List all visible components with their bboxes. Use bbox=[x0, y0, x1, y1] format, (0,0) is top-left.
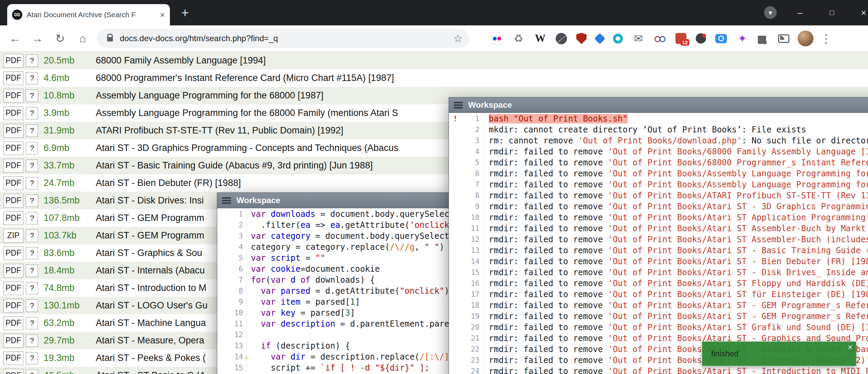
help-button[interactable]: ? bbox=[26, 265, 38, 277]
ublock-shield-icon[interactable] bbox=[576, 33, 587, 44]
help-button[interactable]: ? bbox=[26, 142, 38, 154]
browser-menu-icon[interactable]: ⋮ bbox=[820, 32, 832, 45]
file-size: 74.8mb bbox=[44, 283, 96, 293]
new-tab-button[interactable]: + bbox=[178, 5, 192, 20]
code-line: 1var downloads = document.body.querySele… bbox=[217, 209, 451, 220]
flickr-icon[interactable] bbox=[491, 32, 503, 45]
menu-icon[interactable] bbox=[454, 102, 463, 108]
help-button[interactable]: ? bbox=[26, 230, 38, 242]
wikipedia-icon[interactable]: W bbox=[534, 32, 546, 45]
filetype-badge[interactable]: ZIP bbox=[3, 229, 23, 243]
filetype-badge[interactable]: PDF bbox=[3, 89, 23, 103]
filetype-badge[interactable]: PDF bbox=[3, 211, 23, 225]
terminal-titlebar[interactable]: Workspace bbox=[449, 97, 868, 113]
code-line: 12 bbox=[217, 329, 451, 340]
doc-title[interactable]: 68000 Programmer's Instant Reference Car… bbox=[96, 73, 868, 83]
filetype-badge[interactable]: PDF bbox=[3, 194, 23, 208]
file-size: 83.6mb bbox=[44, 248, 96, 258]
toast-message: finished bbox=[711, 349, 738, 359]
reload-button[interactable]: ↻ bbox=[51, 29, 69, 48]
help-button[interactable]: ? bbox=[26, 107, 38, 119]
table-row[interactable]: PDF?20.5mb68000 Family Assembly Language… bbox=[0, 52, 868, 69]
help-button[interactable]: ? bbox=[26, 90, 38, 102]
teal-ring-icon[interactable] bbox=[613, 34, 623, 44]
camera-icon[interactable] bbox=[715, 34, 727, 43]
editor-titlebar[interactable]: Workspace bbox=[217, 193, 451, 208]
glasses-icon[interactable] bbox=[654, 32, 666, 45]
back-button[interactable]: ← bbox=[5, 29, 24, 48]
help-button[interactable]: ? bbox=[26, 247, 38, 259]
unread-badge-icon[interactable]: 12 bbox=[675, 33, 686, 44]
cast-icon[interactable] bbox=[778, 34, 789, 43]
help-button[interactable]: ? bbox=[26, 72, 38, 84]
maximize-button[interactable]: □ bbox=[825, 6, 838, 19]
code-line: 3rm: cannot remove 'Out of Print Books/d… bbox=[449, 135, 868, 146]
dark-globe-icon[interactable] bbox=[556, 33, 567, 44]
line-number: 9 bbox=[217, 296, 247, 307]
line-number: 7 bbox=[449, 179, 485, 190]
help-button[interactable]: ? bbox=[26, 335, 38, 347]
help-button[interactable]: ? bbox=[26, 55, 38, 67]
help-button[interactable]: ? bbox=[26, 177, 38, 189]
line-number: 8 bbox=[217, 285, 247, 296]
line-number: 3 bbox=[449, 135, 485, 146]
toast-close-icon[interactable]: × bbox=[848, 342, 853, 352]
file-size: 24.7mb bbox=[44, 178, 96, 188]
bookmark-star-icon[interactable]: ☆ bbox=[453, 32, 463, 45]
menu-icon[interactable] bbox=[222, 197, 231, 204]
help-button[interactable]: ? bbox=[26, 212, 38, 224]
home-button[interactable]: ⌂ bbox=[73, 29, 92, 48]
file-size: 6.9mb bbox=[44, 143, 96, 153]
code-line: 2mkdir: cannot create directory ‘Out of … bbox=[449, 124, 868, 135]
browser-tab[interactable]: DD Atari Document Archive (Search F × bbox=[7, 4, 170, 25]
forward-button[interactable]: → bbox=[28, 29, 47, 48]
filetype-badge[interactable]: PDF bbox=[3, 264, 23, 278]
editor-code-area[interactable]: 1var downloads = document.body.querySele… bbox=[217, 209, 451, 374]
line-number: 24 bbox=[449, 366, 485, 374]
help-button[interactable]: ? bbox=[26, 352, 38, 364]
filetype-badge[interactable]: PDF bbox=[3, 54, 23, 68]
profile-chevron-button[interactable]: ▾ bbox=[764, 6, 777, 19]
help-button[interactable]: ? bbox=[26, 125, 38, 137]
recycle-icon[interactable]: ♻ bbox=[512, 32, 525, 45]
file-size: 20.5mb bbox=[44, 55, 96, 66]
minimize-button[interactable]: – bbox=[794, 6, 807, 19]
table-row[interactable]: PDF?4.6mb68000 Programmer's Instant Refe… bbox=[0, 69, 868, 87]
filetype-badge[interactable]: PDF bbox=[3, 71, 23, 85]
filetype-badge[interactable]: PDF bbox=[3, 316, 23, 330]
terminal-output-area[interactable]: !1bash "Out of Print Books.sh"2mkdir: ca… bbox=[449, 113, 868, 374]
sparkle-icon[interactable]: ✦ bbox=[736, 32, 749, 45]
filetype-badge[interactable]: PDF bbox=[3, 246, 23, 260]
filetype-badge[interactable]: PDF bbox=[3, 141, 23, 155]
filetype-badge[interactable]: PDF bbox=[3, 369, 23, 374]
code-line: 15rmdir: failed to remove 'Out of Print … bbox=[449, 267, 868, 278]
doc-title[interactable]: 68000 Family Assembly Language [1994] bbox=[96, 55, 868, 66]
filetype-badge[interactable]: PDF bbox=[3, 106, 23, 120]
filetype-badge[interactable]: PDF bbox=[3, 351, 23, 365]
puzzle-icon[interactable] bbox=[758, 36, 766, 44]
help-button[interactable]: ? bbox=[26, 317, 38, 329]
close-button[interactable]: × bbox=[857, 6, 868, 19]
filetype-badge[interactable]: PDF bbox=[3, 176, 23, 190]
filetype-badge[interactable]: PDF bbox=[3, 124, 23, 138]
line-number: 8 bbox=[449, 190, 485, 201]
help-button[interactable]: ? bbox=[26, 160, 38, 172]
help-button[interactable]: ? bbox=[26, 370, 38, 374]
code-line: 6var cookie=document.cookie bbox=[217, 264, 451, 274]
help-button[interactable]: ? bbox=[26, 282, 38, 294]
help-button[interactable]: ? bbox=[26, 300, 38, 312]
filetype-badge[interactable]: PDF bbox=[3, 299, 23, 313]
blue-gem-icon[interactable] bbox=[594, 33, 605, 44]
profile-avatar[interactable] bbox=[798, 31, 813, 46]
dark-red-dot-icon[interactable] bbox=[696, 33, 706, 44]
address-bar[interactable]: docs.dev-docs.org/htm/search.php?find=_q… bbox=[97, 29, 470, 48]
code-line: 15 script += `if [ ! -d "${dir}" ]; bbox=[217, 362, 451, 373]
tab-close-icon[interactable]: × bbox=[160, 10, 165, 20]
url-text[interactable]: docs.dev-docs.org/htm/search.php?find=_q bbox=[120, 34, 449, 43]
filetype-badge[interactable]: PDF bbox=[3, 281, 23, 295]
help-button[interactable]: ? bbox=[26, 195, 38, 207]
mail-icon[interactable]: ✉ bbox=[632, 32, 645, 45]
filetype-badge[interactable]: PDF bbox=[3, 159, 23, 173]
extensions-bar: ♻W✉12✦ bbox=[491, 32, 789, 45]
filetype-badge[interactable]: PDF bbox=[3, 334, 23, 348]
